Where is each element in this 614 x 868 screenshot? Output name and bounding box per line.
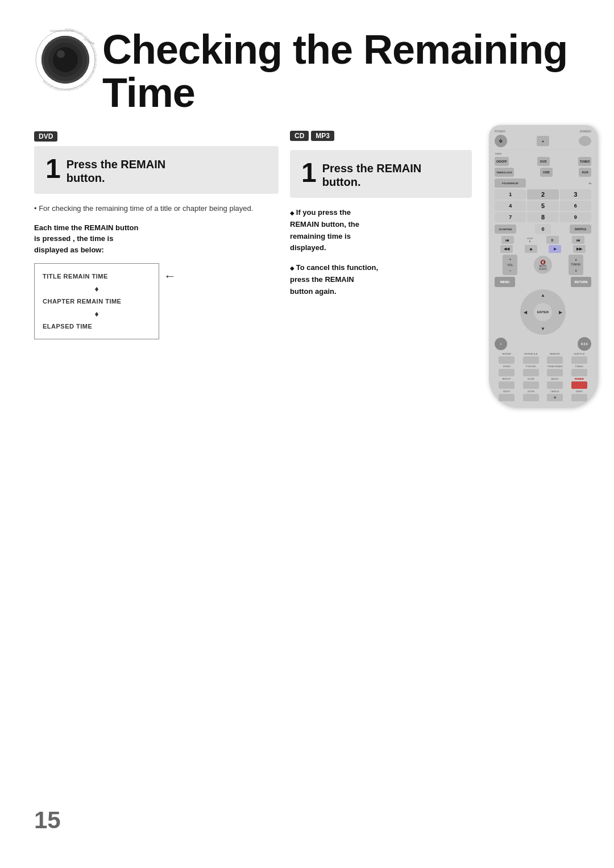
- remote-top-row: POWER DIMMER: [495, 130, 591, 133]
- memory-button[interactable]: [547, 356, 563, 364]
- prev-button[interactable]: ⏮: [501, 236, 514, 244]
- dvd-icon: 0101010100110101001101010100101010011010…: [34, 28, 97, 91]
- angle-button[interactable]: [547, 381, 563, 389]
- p-bass-button[interactable]: [571, 369, 587, 376]
- next-button[interactable]: ⏭: [572, 236, 584, 244]
- title-line1: Checking the Remaining: [102, 27, 567, 72]
- func-labels-3: BRIGHT SLOW ANGLE REMAIN: [495, 377, 591, 380]
- ff-button[interactable]: ▶▶: [573, 245, 586, 253]
- zoom-label: ZOOM: [523, 390, 539, 393]
- p-bass-label: P.BASS: [571, 365, 587, 368]
- bright-button[interactable]: [499, 381, 515, 389]
- remote-timer-row: TIMER: [495, 152, 591, 155]
- tuner-button[interactable]: TUNER: [578, 157, 591, 166]
- 2a-label: 2A: [588, 182, 591, 185]
- remain-button[interactable]: [571, 381, 587, 389]
- cd-step-number: 1: [301, 159, 317, 186]
- cd-ripping-button[interactable]: CD RIPPING: [495, 225, 516, 234]
- dimmer-button[interactable]: [579, 136, 591, 146]
- vol-button[interactable]: + VOL –: [503, 255, 517, 275]
- num-4-button[interactable]: 4: [495, 201, 526, 211]
- slow-button[interactable]: [523, 381, 539, 389]
- svg-point-10: [57, 50, 65, 58]
- func-buttons-3[interactable]: [495, 381, 591, 389]
- func-buttons-4[interactable]: ⊘: [495, 394, 591, 401]
- num-6-button[interactable]: 6: [560, 201, 591, 211]
- dvd-button[interactable]: DVD: [537, 157, 550, 166]
- num-0-button[interactable]: 0: [535, 224, 551, 234]
- info-button[interactable]: i: [495, 338, 507, 350]
- stop-button[interactable]: ■: [525, 245, 537, 253]
- power-button[interactable]: ⏻: [495, 135, 507, 147]
- func-labels-2: SPEED P.SOUND TREBLE/BASS P.BASS: [495, 365, 591, 368]
- nav-up[interactable]: ▲: [541, 293, 545, 298]
- numpad[interactable]: 1 2 3 4 5 6 7 8 9: [495, 189, 591, 222]
- play-button[interactable]: ▶: [549, 245, 561, 253]
- info-dss-row[interactable]: i D.S.S: [495, 337, 591, 351]
- menu-return-row[interactable]: MENU RETURN: [495, 277, 591, 287]
- repeat-label: REPEAT: [499, 352, 515, 355]
- aux-button[interactable]: AUX: [579, 168, 591, 177]
- transport-2[interactable]: ◀◀ ■ ▶ ▶▶: [495, 245, 591, 253]
- rew-button[interactable]: ◀◀: [500, 245, 513, 253]
- zoom-button[interactable]: [523, 394, 539, 401]
- repeat-ab-button[interactable]: [523, 356, 539, 364]
- remote-power-row[interactable]: ⏻ ▲: [495, 135, 591, 147]
- repeat-button[interactable]: [499, 356, 515, 364]
- cd-mp3-section: CD MP3 1 Press the REMAIN button. If you…: [290, 131, 472, 339]
- num-2-button[interactable]: 2: [527, 189, 558, 200]
- eject-button[interactable]: ▲: [537, 136, 549, 146]
- page-header: 0101010100110101001101010100101010011010…: [0, 11, 614, 126]
- num-5-button[interactable]: 5: [527, 201, 558, 211]
- demo-label: DEMO: [571, 390, 587, 393]
- p-sound-label: P.SOUND: [523, 365, 539, 368]
- remote-0-row[interactable]: CD RIPPING 0 SHUFFLE: [495, 224, 591, 234]
- power-label: POWER: [495, 130, 505, 133]
- func-buttons-2[interactable]: [495, 369, 591, 376]
- vol-tuning-row[interactable]: + VOL – 🔇 MUTE AUDIO ∧ TUNING ∨: [495, 255, 591, 275]
- transport-1[interactable]: ⏮ STEP⏸ ⏸ ⏭: [495, 236, 591, 244]
- time-diagram: TITLE REMAIN TIME ♦ CHAPTER REMAIN TIME …: [34, 263, 159, 339]
- mute-button[interactable]: 🔇 MUTE AUDIO: [534, 256, 552, 274]
- diagram-arrow: ←: [164, 269, 176, 284]
- cancel-button[interactable]: ⊘: [547, 394, 563, 401]
- return-button[interactable]: RETURN: [571, 277, 591, 287]
- pause-button[interactable]: ⏸: [546, 236, 559, 244]
- tuning-button[interactable]: ∧ TUNING ∨: [569, 255, 583, 275]
- remote-util-row[interactable]: TIMER/CLOCK USB AUX: [495, 168, 591, 177]
- treble-bass-button[interactable]: [547, 369, 563, 376]
- repeat-ab-label: REPEAT A-B: [523, 352, 539, 355]
- num-9-button[interactable]: 9: [560, 212, 591, 222]
- menu-button[interactable]: MENU: [495, 277, 515, 287]
- nav-left[interactable]: ◀: [524, 310, 527, 315]
- num-8-button[interactable]: 8: [527, 212, 558, 222]
- dvd-step-title: Press the REMAIN button.: [45, 155, 267, 185]
- on-off-button[interactable]: ON/OFF: [495, 157, 509, 166]
- num-1-button[interactable]: 1: [495, 189, 526, 200]
- page-title: Checking the Remaining Time: [102, 28, 580, 114]
- speed-label: SPEED: [499, 365, 515, 368]
- nav-right[interactable]: ▶: [559, 310, 562, 315]
- subtitle-button[interactable]: [571, 356, 587, 364]
- num-3-button[interactable]: 3: [560, 189, 591, 200]
- num-7-button[interactable]: 7: [495, 212, 526, 222]
- usb-button[interactable]: USB: [540, 168, 553, 177]
- fold-display-button[interactable]: FOLD/DISPLAY: [495, 178, 526, 188]
- dss-button[interactable]: D.S.S: [578, 337, 591, 351]
- cd-step-box: 1 Press the REMAIN button.: [290, 150, 472, 198]
- p-sound-button[interactable]: [523, 369, 539, 376]
- cd-step-title: Press the REMAIN button.: [301, 159, 460, 189]
- night-label: NIGHT: [499, 390, 515, 393]
- nav-down[interactable]: ▼: [541, 326, 545, 331]
- remote-source-row[interactable]: ON/OFF DVD TUNER: [495, 157, 591, 166]
- demo-button[interactable]: [571, 394, 587, 401]
- mp3-badge: MP3: [311, 131, 334, 141]
- night-button[interactable]: [499, 394, 515, 401]
- nav-circle[interactable]: ▲ ▼ ◀ ▶ ENTER: [520, 289, 566, 335]
- cd-bullet1: If you press theREMAIN button, theremain…: [290, 207, 472, 254]
- speed-button[interactable]: [499, 369, 515, 376]
- timer-clock-button[interactable]: TIMER/CLOCK: [495, 168, 514, 177]
- func-buttons-1[interactable]: [495, 356, 591, 364]
- shuffle-button[interactable]: SHUFFLE: [570, 225, 591, 234]
- enter-button[interactable]: ENTER: [534, 303, 552, 321]
